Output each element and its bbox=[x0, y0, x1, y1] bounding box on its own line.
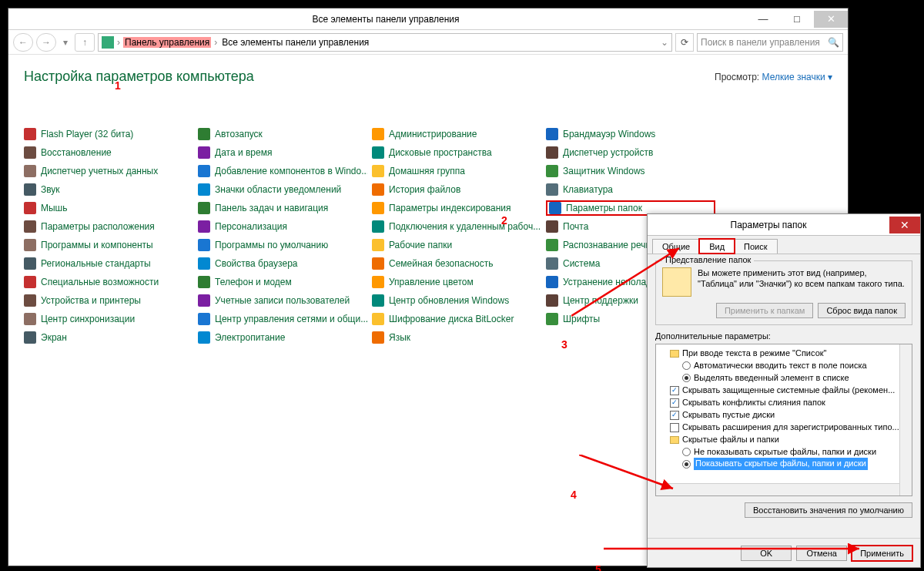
cp-item[interactable]: Свойства браузера bbox=[198, 256, 367, 271]
minimize-button[interactable]: — bbox=[746, 11, 780, 28]
tree-item[interactable]: Скрывать расширения для зарегистрированн… bbox=[682, 422, 899, 434]
cp-item[interactable]: Семейная безопасность bbox=[372, 256, 541, 271]
checkbox-checked-icon[interactable]: ✓ bbox=[670, 411, 679, 420]
cp-item[interactable]: Восстановление bbox=[24, 145, 193, 160]
apply-to-folders-button[interactable]: Применить к папкам bbox=[716, 303, 814, 318]
item-icon bbox=[549, 202, 561, 214]
cp-item[interactable]: Автозапуск bbox=[198, 126, 367, 142]
cp-item[interactable]: Звук bbox=[24, 182, 193, 197]
item-icon bbox=[546, 313, 558, 325]
tree-item[interactable]: Скрытые файлы и папки bbox=[682, 434, 779, 446]
cp-item[interactable]: Параметры расположения bbox=[24, 219, 193, 234]
cp-item[interactable]: Центр обновления Windows bbox=[372, 293, 541, 308]
item-label: Центр управления сетями и общи... bbox=[215, 314, 367, 324]
breadcrumb-root[interactable]: Панель управления bbox=[123, 37, 211, 48]
item-icon bbox=[546, 220, 558, 233]
tab-view[interactable]: Вид bbox=[699, 239, 735, 254]
cp-item[interactable]: Телефон и модем bbox=[198, 274, 367, 290]
cp-item[interactable]: Клавиатура bbox=[546, 182, 715, 197]
cp-item[interactable]: Диспетчер учетных данных bbox=[24, 163, 193, 179]
cp-item[interactable]: Региональные стандарты bbox=[24, 256, 193, 271]
tree-item[interactable]: Не показывать скрытые файлы, папки и дис… bbox=[694, 446, 876, 458]
radio-off-icon[interactable] bbox=[682, 361, 691, 370]
apply-button[interactable]: Применить bbox=[852, 546, 912, 561]
breadcrumb-dropdown-icon[interactable]: ⌄ bbox=[661, 37, 668, 48]
item-icon bbox=[198, 276, 210, 288]
back-button[interactable]: ← bbox=[13, 33, 33, 52]
radio-on-icon[interactable] bbox=[682, 374, 691, 382]
cp-item[interactable]: Центр синхронизации bbox=[24, 311, 193, 327]
tree-item[interactable]: Скрывать конфликты слияния папок bbox=[682, 397, 825, 409]
item-label: Параметры папок bbox=[566, 203, 642, 213]
radio-on-icon[interactable] bbox=[682, 460, 691, 469]
cp-item[interactable]: Брандмауэр Windows bbox=[546, 126, 715, 142]
ok-button[interactable]: OK bbox=[741, 546, 792, 561]
cp-item[interactable]: Программы по умолчанию bbox=[198, 237, 367, 253]
cp-item[interactable]: Рабочие папки bbox=[372, 237, 541, 253]
cp-item[interactable]: Дисковые пространства bbox=[372, 145, 541, 160]
cp-item[interactable]: Устройства и принтеры bbox=[24, 293, 193, 308]
checkbox-checked-icon[interactable]: ✓ bbox=[670, 386, 679, 395]
dialog-close-button[interactable]: ✕ bbox=[889, 217, 920, 233]
tree-item[interactable]: Скрывать пустые диски bbox=[682, 409, 775, 422]
cp-item[interactable]: Управление цветом bbox=[372, 274, 541, 290]
checkbox-unchecked-icon[interactable] bbox=[670, 423, 679, 432]
cp-item[interactable]: История файлов bbox=[372, 182, 541, 197]
item-label: Брандмауэр Windows bbox=[563, 129, 655, 139]
refresh-button[interactable]: ⟳ bbox=[675, 33, 694, 52]
reset-folders-button[interactable]: Сброс вида папок bbox=[818, 303, 906, 318]
close-button[interactable]: ✕ bbox=[814, 11, 848, 28]
item-label: Мышь bbox=[41, 203, 68, 213]
maximize-button[interactable]: □ bbox=[780, 11, 814, 28]
cp-item[interactable]: Экран bbox=[24, 330, 193, 345]
cp-item[interactable]: Персонализация bbox=[198, 219, 367, 234]
cp-item[interactable]: Центр управления сетями и общи... bbox=[198, 311, 367, 327]
view-value-link[interactable]: Мелкие значки ▾ bbox=[762, 72, 832, 82]
cp-item[interactable]: Дата и время bbox=[198, 145, 367, 160]
cp-item[interactable]: Администрирование bbox=[372, 126, 541, 142]
cp-item[interactable]: Параметры индексирования bbox=[372, 200, 541, 216]
page-title: Настройка параметров компьютера bbox=[24, 69, 254, 85]
cp-item[interactable]: Домашняя группа bbox=[372, 163, 541, 179]
tree-item[interactable]: Скрывать защищенные системные файлы (рек… bbox=[682, 385, 895, 397]
cp-item[interactable]: Добавление компонентов в Windo... bbox=[198, 163, 367, 179]
search-box[interactable]: Поиск в панели управления 🔍 bbox=[697, 33, 843, 52]
vertical-scrollbar[interactable] bbox=[899, 344, 912, 495]
breadcrumb[interactable]: › Панель управления › Все элементы панел… bbox=[98, 33, 672, 52]
advanced-settings-tree[interactable]: При вводе текста в режиме "Список" Автом… bbox=[655, 344, 912, 496]
cp-item[interactable]: Учетные записи пользователей bbox=[198, 293, 367, 308]
cp-item[interactable]: Мышь bbox=[24, 200, 193, 216]
cp-item[interactable]: Язык bbox=[372, 330, 541, 345]
restore-defaults-button[interactable]: Восстановить значения по умолчанию bbox=[745, 502, 912, 518]
cp-item[interactable]: Специальные возможности bbox=[24, 274, 193, 290]
item-label: Управление цветом bbox=[389, 277, 474, 287]
horizontal-scrollbar[interactable] bbox=[656, 483, 899, 495]
nav-row: ← → ▾ ↑ › Панель управления › Все элемен… bbox=[8, 30, 848, 55]
item-icon bbox=[24, 128, 36, 140]
cp-item[interactable]: Диспетчер устройств bbox=[546, 145, 715, 160]
cp-item[interactable]: Электропитание bbox=[198, 330, 367, 345]
tab-general[interactable]: Общие bbox=[652, 239, 700, 254]
item-label: Панель задач и навигация bbox=[215, 203, 328, 213]
cp-item[interactable]: Панель задач и навигация bbox=[198, 200, 367, 216]
tab-search[interactable]: Поиск bbox=[734, 239, 777, 254]
cancel-button[interactable]: Отмена bbox=[796, 546, 847, 561]
tree-item[interactable]: При вводе текста в режиме "Список" bbox=[682, 348, 826, 360]
up-button[interactable]: ↑ bbox=[75, 33, 95, 52]
cp-item[interactable]: Шифрование диска BitLocker bbox=[372, 311, 541, 327]
breadcrumb-current[interactable]: Все элементы панели управления bbox=[220, 37, 370, 48]
cp-item[interactable]: Значки области уведомлений bbox=[198, 182, 367, 197]
tree-item-selected[interactable]: Показывать скрытые файлы, папки и диски bbox=[694, 458, 868, 470]
checkbox-checked-icon[interactable]: ✓ bbox=[670, 398, 679, 408]
item-label: Персонализация bbox=[215, 221, 287, 232]
recent-dropdown[interactable]: ▾ bbox=[59, 33, 72, 52]
tree-item[interactable]: Автоматически вводить текст в поле поиск… bbox=[694, 360, 867, 372]
cp-item[interactable]: Подключения к удаленным рабоч... bbox=[372, 219, 541, 234]
tree-item[interactable]: Выделять введенный элемент в списке bbox=[694, 372, 849, 385]
forward-button[interactable]: → bbox=[36, 33, 56, 52]
cp-item[interactable]: Защитник Windows bbox=[546, 163, 715, 179]
radio-off-icon[interactable] bbox=[682, 448, 691, 456]
cp-item[interactable]: Flash Player (32 бита) bbox=[24, 126, 193, 142]
item-icon bbox=[372, 146, 384, 159]
cp-item[interactable]: Программы и компоненты bbox=[24, 237, 193, 253]
